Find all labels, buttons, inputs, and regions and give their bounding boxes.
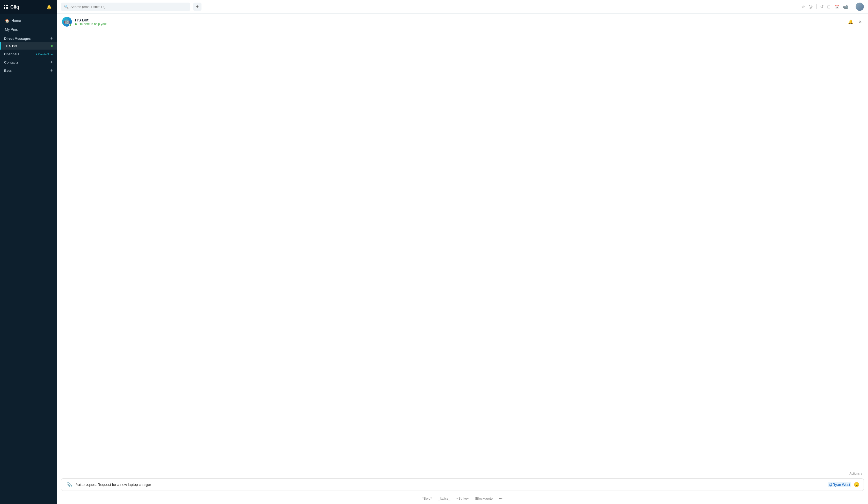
- channels-create-join[interactable]: + Create/Join: [36, 53, 53, 56]
- close-chat-button[interactable]: ✕: [857, 18, 863, 25]
- calendar-icon[interactable]: 📅: [834, 4, 839, 9]
- search-icon: 🔍: [64, 5, 69, 9]
- direct-messages-label: Direct Messages: [4, 36, 31, 41]
- compose-area: Actions ∨ 📎 /raiserequest Request for a …: [57, 471, 868, 504]
- user-avatar-image: [856, 3, 864, 11]
- chat-bot-status-text: I'm here to help you!: [79, 22, 106, 26]
- grid-icon: [4, 5, 8, 9]
- direct-messages-section[interactable]: Direct Messages +: [0, 34, 57, 42]
- search-input[interactable]: [71, 5, 187, 9]
- channels-section[interactable]: Channels + Create/Join: [0, 50, 57, 57]
- bots-add-button[interactable]: +: [50, 69, 53, 73]
- its-bot-label: ITS Bot: [6, 44, 17, 48]
- notification-bell-button[interactable]: 🔔: [45, 3, 53, 11]
- topbar-divider-2: [852, 4, 852, 9]
- starred-icon[interactable]: ☆: [801, 4, 805, 9]
- direct-messages-add-button[interactable]: +: [50, 36, 53, 41]
- sidebar-item-mypins-label: My Pins: [5, 28, 18, 32]
- brand: Cliq: [4, 4, 19, 10]
- compose-toolbar: *Bold* _Italics_ ~Strike~ !Blockquote ••…: [57, 494, 868, 504]
- user-avatar[interactable]: [856, 3, 864, 11]
- sidebar-nav: 🏠 Home My Pins Direct Messages + ITS Bot…: [0, 14, 57, 504]
- more-formatting-button[interactable]: •••: [496, 495, 505, 501]
- strike-button[interactable]: ~Strike~: [454, 495, 472, 501]
- bot-avatar: 🤖: [62, 17, 72, 27]
- bots-label: Bots: [4, 69, 12, 73]
- channels-label: Channels: [4, 52, 19, 56]
- topbar-actions: ☆ @ ↺ ⊞ 📅 📹: [801, 3, 864, 11]
- home-icon: 🏠: [5, 19, 9, 23]
- actions-label[interactable]: Actions ∨: [57, 471, 868, 475]
- chat-header-info: ITS Bot I'm here to help you!: [75, 18, 107, 26]
- bots-section[interactable]: Bots +: [0, 66, 57, 74]
- brand-name: Cliq: [10, 4, 19, 10]
- emoji-button[interactable]: 🙂: [854, 482, 859, 487]
- bot-avatar-emoji: 🤖: [64, 19, 70, 24]
- italics-button[interactable]: _Italics_: [435, 495, 453, 501]
- sidebar: Cliq 🔔 🏠 Home My Pins Direct Messages + …: [0, 0, 57, 504]
- new-item-button[interactable]: +: [193, 3, 202, 11]
- history-icon[interactable]: ↺: [820, 4, 824, 9]
- topbar-divider-1: [816, 4, 817, 9]
- notification-mute-button[interactable]: 🔔: [847, 18, 854, 25]
- chat-bot-status: I'm here to help you!: [75, 22, 107, 26]
- meetings-icon[interactable]: 📹: [843, 4, 848, 9]
- chat-header: 🤖 ITS Bot I'm here to help you! 🔔 ✕: [57, 14, 868, 30]
- main-area: 🔍 + ☆ @ ↺ ⊞ 📅 📹 🤖 ITS Bot: [57, 0, 868, 504]
- chat-header-left: 🤖 ITS Bot I'm here to help you!: [62, 17, 107, 27]
- compose-box: 📎 /raiserequest Request for a new laptop…: [61, 479, 864, 491]
- its-bot-status-dot: [51, 45, 53, 47]
- chat-header-actions: 🔔 ✕: [847, 18, 863, 25]
- contacts-add-button[interactable]: +: [50, 60, 53, 64]
- chat-area: [57, 30, 868, 471]
- blockquote-button[interactable]: !Blockquote: [473, 495, 495, 501]
- sidebar-item-home-label: Home: [11, 19, 21, 23]
- attach-button[interactable]: 📎: [65, 482, 73, 487]
- sidebar-header: Cliq 🔔: [0, 0, 57, 14]
- chat-bot-name: ITS Bot: [75, 18, 107, 22]
- board-icon[interactable]: ⊞: [827, 4, 830, 9]
- compose-input-text[interactable]: /raiserequest Request for a new laptop c…: [76, 483, 825, 487]
- bot-online-status: [69, 24, 72, 26]
- sidebar-item-home[interactable]: 🏠 Home: [0, 16, 57, 25]
- mention-tag: @Ryan West: [828, 482, 851, 487]
- topbar: 🔍 + ☆ @ ↺ ⊞ 📅 📹: [57, 0, 868, 14]
- contacts-label: Contacts: [4, 61, 19, 64]
- bold-button[interactable]: *Bold*: [420, 495, 434, 501]
- status-dot: [75, 23, 77, 25]
- search-box[interactable]: 🔍: [61, 3, 190, 11]
- sidebar-item-my-pins[interactable]: My Pins: [0, 25, 57, 34]
- contacts-section[interactable]: Contacts +: [0, 57, 57, 66]
- sidebar-item-its-bot[interactable]: ITS Bot: [0, 42, 57, 50]
- mentions-icon[interactable]: @: [809, 4, 813, 9]
